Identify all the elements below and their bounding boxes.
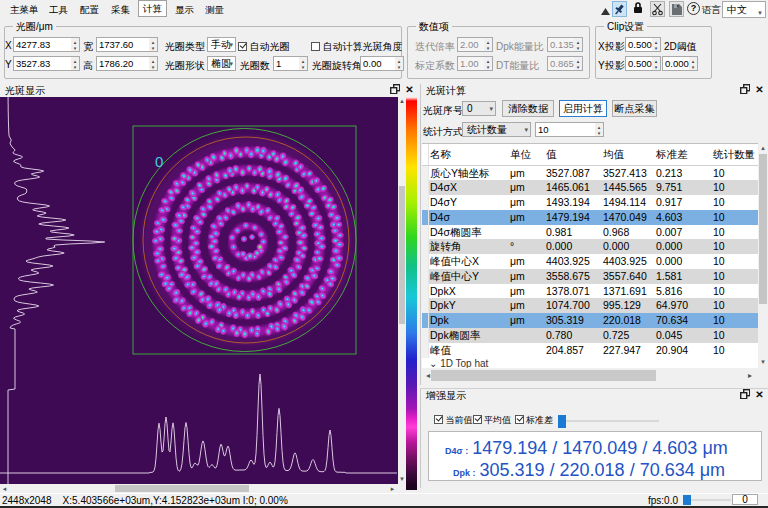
svg-text:0: 0	[155, 153, 163, 170]
